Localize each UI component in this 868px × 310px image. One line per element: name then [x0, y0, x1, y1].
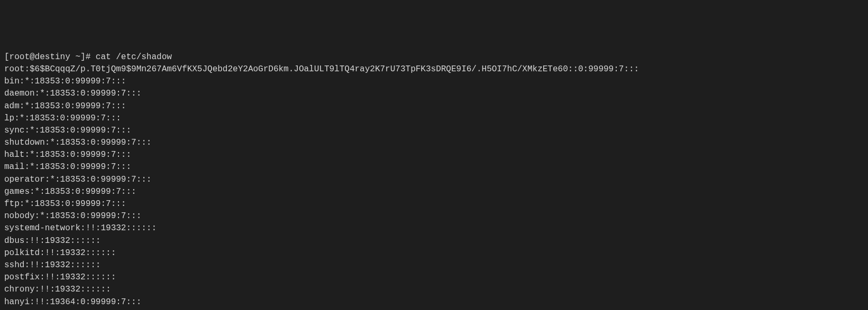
output-line: dbus:!!:19332::::::: [4, 235, 864, 247]
output-line: adm:*:18353:0:99999:7:::: [4, 100, 864, 112]
output-line: hanyi:!!:19364:0:99999:7:::: [4, 296, 864, 308]
output-line: sync:*:18353:0:99999:7:::: [4, 125, 864, 137]
output-line: postfix:!!:19332::::::: [4, 271, 864, 284]
output-line: games:*:18353:0:99999:7:::: [4, 186, 864, 198]
output-line: bin:*:18353:0:99999:7:::: [4, 76, 864, 88]
output-line: halt:*:18353:0:99999:7:::: [4, 149, 864, 161]
output-line: daemon:*:18353:0:99999:7:::: [4, 88, 864, 100]
output-line: shutdown:*:18353:0:99999:7:::: [4, 137, 864, 149]
output-line: polkitd:!!:19332::::::: [4, 247, 864, 259]
output-line: chrony:!!:19332::::::: [4, 284, 864, 296]
output-line: mail:*:18353:0:99999:7:::: [4, 161, 864, 173]
command-text: cat /etc/shadow: [96, 52, 172, 62]
output-line: lp:*:18353:0:99999:7:::: [4, 112, 864, 125]
shell-prompt: [root@destiny ~]#: [4, 52, 96, 62]
output-line: nobody:*:18353:0:99999:7:::: [4, 210, 864, 222]
output-line: systemd-network:!!:19332::::::: [4, 222, 864, 234]
output-line: ftp:*:18353:0:99999:7:::: [4, 198, 864, 210]
output-line: sshd:!!:19332::::::: [4, 259, 864, 271]
terminal-window[interactable]: [root@destiny ~]# cat /etc/shadowroot:$6…: [4, 51, 864, 308]
command-line: [root@destiny ~]# cat /etc/shadow: [4, 51, 864, 63]
output-line: root:$6$BCqqqZ/p.T0tjQm9$9Mn267Am6VfKX5J…: [4, 63, 864, 76]
output-line: operator:*:18353:0:99999:7:::: [4, 174, 864, 186]
